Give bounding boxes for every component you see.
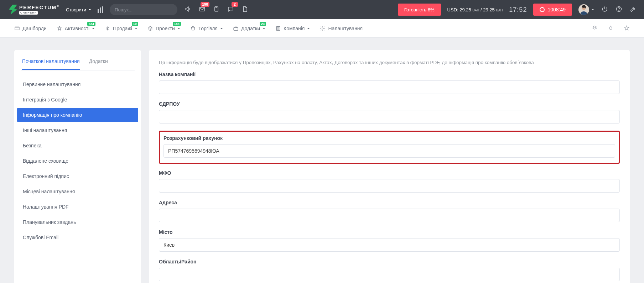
sidebar-item-locale[interactable]: Місцеві налаштування (17, 184, 138, 199)
address-input[interactable] (159, 209, 620, 222)
search-input[interactable] (115, 7, 172, 12)
region-label: Область/Район (159, 259, 620, 264)
sidebar-item-primary-setup[interactable]: Первинне налаштування (17, 77, 138, 91)
layers-icon[interactable] (592, 25, 598, 32)
sidebar-item-security[interactable]: Безпека (17, 138, 138, 153)
field-company-name: Назва компанії (159, 72, 620, 94)
svg-rect-2 (199, 7, 204, 11)
company-form: Ця інформація буде відображатися у Пропо… (149, 50, 630, 283)
sidebar-item-company-info[interactable]: Інформація про компанію (17, 108, 138, 122)
chat-icon[interactable]: 2 (227, 6, 234, 14)
edrpou-input[interactable] (159, 110, 620, 124)
svg-rect-10 (276, 26, 280, 30)
sidebar-item-remote-storage[interactable]: Віддалене сховище (17, 154, 138, 168)
tab-initial-settings[interactable]: Початкові налаштування (22, 56, 80, 70)
wrench-icon[interactable] (629, 6, 637, 14)
clock-icon (540, 7, 545, 12)
top-header: PERFECTUM® CRM+ERP Створити 190 2 Готовн… (0, 0, 644, 19)
nav-settings[interactable]: Налаштування (320, 26, 363, 31)
readiness-button[interactable]: Готовність 6% (398, 4, 441, 16)
nav-label: Торгівля (198, 26, 218, 31)
nav-badge: 534 (87, 22, 95, 26)
chevron-down-icon (92, 28, 95, 29)
timer-button[interactable]: 1008:49 (533, 4, 572, 16)
address-label: Адреса (159, 200, 620, 205)
field-account: Розрахунковий рахунок (163, 135, 615, 158)
user-menu[interactable] (578, 4, 594, 15)
sidebar-list: Первинне налаштування Інтеграція з Googl… (14, 74, 141, 245)
nav-label: Додатки (241, 26, 260, 31)
nav-trade[interactable]: Торгівля (190, 26, 223, 31)
account-label: Розрахунковий рахунок (163, 135, 615, 141)
nav-company[interactable]: Компанія (275, 26, 310, 31)
flame-icon[interactable] (608, 25, 614, 32)
nav-label: Активності (65, 26, 89, 31)
star-icon[interactable] (624, 25, 630, 32)
nav-badge: 188 (173, 22, 181, 26)
sidebar-item-esign[interactable]: Електронний підпис (17, 169, 138, 183)
sidebar-tabs: Початкові налаштування Додатки (14, 56, 141, 70)
company-name-input[interactable] (159, 80, 620, 94)
nav-label: Налаштування (328, 26, 363, 31)
sidebar-item-other[interactable]: Інші налаштування (17, 123, 138, 137)
svg-rect-8 (15, 27, 19, 30)
search-box[interactable] (110, 4, 177, 15)
nav-sales[interactable]: Продажі 10 (105, 26, 137, 31)
svg-rect-9 (234, 27, 238, 30)
sidebar-item-google[interactable]: Інтеграція з Google (17, 93, 138, 107)
nav-label: Компанія (284, 26, 305, 31)
clipboard-icon[interactable] (212, 6, 220, 14)
chevron-down-icon (307, 28, 310, 29)
account-input[interactable] (163, 144, 615, 158)
edrpou-label: ЄДРПОУ (159, 101, 620, 107)
mail-icon[interactable]: 190 (198, 6, 206, 14)
stats-icon[interactable] (98, 6, 103, 13)
chevron-down-icon (591, 9, 594, 10)
nav-label: Дашборди (22, 26, 47, 31)
chevron-down-icon (220, 28, 223, 29)
brand-sub: CRM+ERP (19, 11, 38, 15)
field-region: Область/Район (159, 259, 620, 281)
chat-badge: 2 (232, 2, 238, 7)
mfo-input[interactable] (159, 179, 620, 193)
brand-name: PERFECTUM (19, 5, 57, 10)
chevron-down-icon (135, 28, 137, 29)
company-name-label: Назва компанії (159, 72, 620, 77)
sidebar-item-pdf[interactable]: Налаштування PDF (17, 200, 138, 214)
field-edrpou: ЄДРПОУ (159, 101, 620, 124)
power-icon[interactable] (601, 6, 608, 14)
region-input[interactable] (159, 268, 620, 281)
nav-activities[interactable]: Активності 534 (57, 26, 95, 31)
content-area: Початкові налаштування Додатки Первинне … (0, 38, 644, 283)
tab-addons[interactable]: Додатки (89, 56, 108, 70)
svg-point-11 (322, 28, 323, 29)
chevron-down-icon (177, 28, 180, 29)
sidebar-item-service-email[interactable]: Службові Email (17, 230, 138, 245)
brand-logo[interactable]: PERFECTUM® CRM+ERP (7, 5, 59, 15)
main-nav: Дашборди Активності 534 Продажі 10 Проек… (0, 19, 644, 38)
city-label: Місто (159, 229, 620, 235)
chevron-down-icon (263, 28, 265, 29)
settings-sidebar: Початкові налаштування Додатки Первинне … (14, 50, 141, 283)
sidebar-item-scheduler[interactable]: Планувальник завдань (17, 215, 138, 229)
field-address: Адреса (159, 200, 620, 222)
timer-value: 1008:49 (547, 7, 566, 12)
nav-label: Продажі (113, 26, 132, 31)
sound-icon[interactable] (184, 6, 192, 14)
highlighted-account-field: Розрахунковий рахунок (159, 131, 620, 164)
mfo-label: МФО (159, 170, 620, 176)
nav-badge: 23 (260, 22, 266, 26)
nav-projects[interactable]: Проекти 188 (147, 26, 180, 31)
city-input[interactable] (159, 238, 620, 252)
svg-point-7 (619, 10, 619, 11)
document-icon[interactable] (241, 6, 249, 14)
help-icon[interactable] (615, 6, 623, 14)
nav-addons[interactable]: Додатки 23 (233, 26, 265, 31)
mail-badge: 190 (201, 2, 209, 7)
avatar (578, 4, 589, 15)
nav-dashboards[interactable]: Дашборди (14, 26, 47, 31)
chevron-down-icon (88, 9, 91, 10)
form-info-text: Ця інформація буде відображатися у Пропо… (159, 60, 620, 65)
create-button[interactable]: Створити (66, 7, 91, 12)
nav-label: Проекти (156, 26, 175, 31)
